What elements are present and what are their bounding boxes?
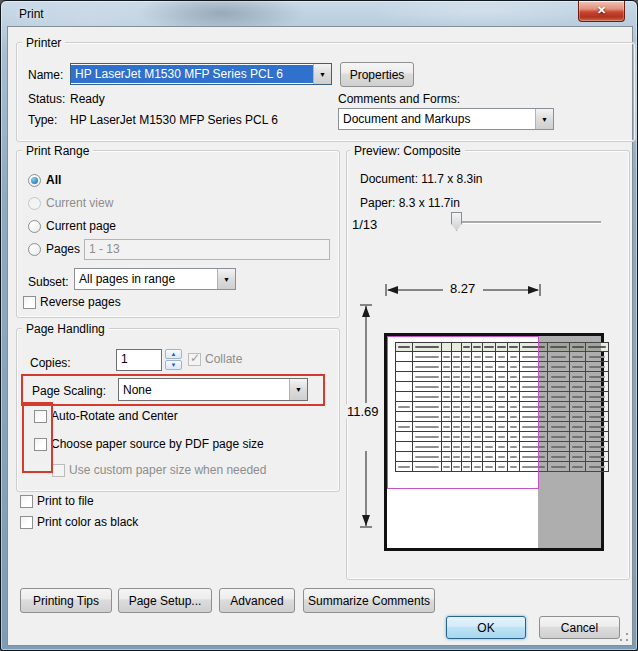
printer-group-label: Printer bbox=[22, 36, 65, 50]
radio-current-page-label[interactable]: Current page bbox=[46, 219, 116, 233]
page-handling-group-label: Page Handling bbox=[22, 322, 109, 336]
page-setup-button[interactable]: Page Setup... bbox=[118, 588, 212, 613]
print-dialog-window: Print ✕ Printer Name: HP LaserJet M1530 … bbox=[0, 0, 638, 651]
comments-forms-select[interactable]: Document and Markups ▼ bbox=[338, 108, 554, 130]
page-scaling-select[interactable]: None ▼ bbox=[118, 378, 308, 401]
collate-label: Collate bbox=[205, 352, 242, 366]
chevron-down-icon[interactable]: ▼ bbox=[535, 109, 553, 129]
copies-label: Copies: bbox=[30, 356, 71, 370]
radio-pages[interactable] bbox=[28, 243, 41, 256]
spin-up-icon[interactable]: ▲ bbox=[165, 349, 182, 359]
preview-page-indicator: 1/13 bbox=[352, 217, 377, 232]
window-title: Print bbox=[19, 7, 44, 21]
preview-paper-info: Paper: 8.3 x 11.7in bbox=[360, 196, 460, 210]
close-icon[interactable]: ✕ bbox=[578, 1, 625, 22]
cancel-button[interactable]: Cancel bbox=[539, 616, 620, 639]
print-color-black-label[interactable]: Print color as black bbox=[37, 515, 138, 529]
print-color-black-checkbox[interactable] bbox=[20, 516, 33, 529]
custom-paper-label: Use custom paper size when needed bbox=[69, 463, 266, 477]
radio-current-view bbox=[28, 197, 41, 210]
title-bar[interactable]: Print ✕ bbox=[1, 1, 637, 26]
subset-select[interactable]: All pages in range ▼ bbox=[74, 268, 236, 290]
printer-type-label: Type: bbox=[28, 113, 57, 127]
printer-status-label: Status: bbox=[28, 92, 65, 106]
print-range-group bbox=[16, 150, 340, 318]
ok-button[interactable]: OK bbox=[446, 616, 526, 639]
paper-source-checkbox[interactable] bbox=[34, 438, 47, 451]
width-dimension-label: 8.27 bbox=[448, 281, 477, 296]
page-scaling-label: Page Scaling: bbox=[32, 384, 106, 398]
comments-forms-label: Comments and Forms: bbox=[338, 92, 460, 106]
radio-current-page[interactable] bbox=[28, 220, 41, 233]
pages-range-input[interactable]: 1 - 13 bbox=[84, 239, 330, 260]
page-scaling-value: None bbox=[119, 381, 289, 399]
printer-status-value: Ready bbox=[70, 92, 105, 106]
comments-forms-value: Document and Markups bbox=[339, 110, 535, 128]
resize-grip[interactable] bbox=[619, 632, 629, 642]
copies-input[interactable]: 1 bbox=[116, 349, 162, 371]
subset-label: Subset: bbox=[28, 275, 69, 289]
advanced-button[interactable]: Advanced bbox=[219, 588, 295, 613]
radio-all-label[interactable]: All bbox=[46, 173, 61, 187]
auto-rotate-label[interactable]: Auto-Rotate and Center bbox=[51, 409, 178, 423]
summarize-comments-button[interactable]: Summarize Comments bbox=[303, 588, 435, 613]
height-dimension-label: 11.69 bbox=[345, 404, 381, 419]
collate-checkbox: ✓ bbox=[188, 353, 201, 366]
radio-current-view-label: Current view bbox=[46, 196, 113, 210]
printer-name-select[interactable]: HP LaserJet M1530 MFP Series PCL 6 ▼ bbox=[70, 63, 332, 85]
preview-document-info: Document: 11.7 x 8.3in bbox=[360, 172, 483, 186]
spin-down-icon[interactable]: ▼ bbox=[165, 360, 182, 370]
print-range-group-label: Print Range bbox=[22, 144, 93, 158]
print-to-file-label[interactable]: Print to file bbox=[37, 494, 94, 508]
printer-type-value: HP LaserJet M1530 MFP Series PCL 6 bbox=[70, 113, 278, 127]
printer-name-label: Name: bbox=[28, 68, 63, 82]
auto-rotate-checkbox[interactable] bbox=[34, 410, 47, 423]
printer-name-value: HP LaserJet M1530 MFP Series PCL 6 bbox=[71, 65, 313, 83]
preview-clipped-region bbox=[538, 336, 601, 548]
copies-stepper[interactable]: ▲ ▼ bbox=[165, 349, 182, 371]
chevron-down-icon[interactable]: ▼ bbox=[217, 269, 235, 289]
chevron-down-icon[interactable]: ▼ bbox=[289, 379, 307, 400]
check-icon: ✓ bbox=[190, 351, 200, 365]
preview-page bbox=[384, 333, 604, 551]
radio-pages-label[interactable]: Pages bbox=[46, 242, 80, 256]
print-to-file-checkbox[interactable] bbox=[20, 495, 33, 508]
paper-source-label[interactable]: Choose paper source by PDF page size bbox=[51, 437, 264, 451]
custom-paper-checkbox bbox=[52, 464, 65, 477]
preview-page-slider-track[interactable] bbox=[451, 221, 601, 223]
chevron-down-icon[interactable]: ▼ bbox=[313, 64, 331, 84]
properties-button[interactable]: Properties bbox=[340, 62, 414, 87]
radio-all[interactable] bbox=[28, 174, 41, 187]
subset-value: All pages in range bbox=[75, 270, 217, 288]
printing-tips-button[interactable]: Printing Tips bbox=[20, 588, 112, 613]
dialog-body: Printer Name: HP LaserJet M1530 MFP Seri… bbox=[7, 26, 633, 646]
preview-group-label: Preview: Composite bbox=[350, 144, 465, 158]
preview-content-bounds bbox=[387, 336, 539, 489]
reverse-pages-label[interactable]: Reverse pages bbox=[40, 295, 121, 309]
reverse-pages-checkbox[interactable] bbox=[23, 296, 36, 309]
